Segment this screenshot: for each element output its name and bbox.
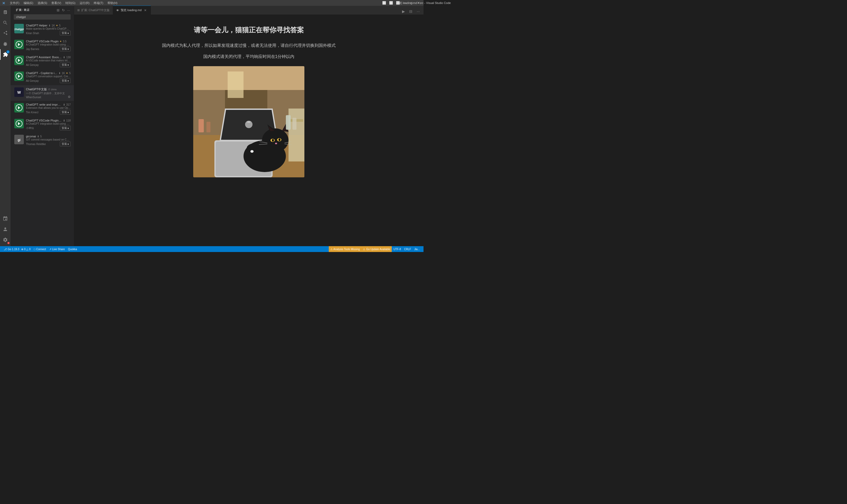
status-encoding[interactable]: UTF-8	[392, 246, 402, 252]
ext-name: gicomai	[26, 135, 36, 138]
activity-accounts[interactable]	[0, 224, 11, 235]
svg-point-39	[275, 143, 277, 144]
ext-author: Ali Gençay	[26, 64, 39, 67]
cat-image	[193, 66, 304, 177]
ext-desc: 一个 ChatGPT 的插件，支持中文	[26, 92, 71, 95]
ext-item-gicomai[interactable]: gi gicomai ⬇ 5 GIT commit messages based…	[11, 132, 74, 148]
install-button[interactable]: 安装 ▾	[60, 126, 71, 130]
status-analysis-tools[interactable]: ⚠ Analysis Tools Missing	[329, 246, 362, 252]
status-go-update[interactable]: ⚠ Go Update Available	[361, 246, 392, 252]
run-preview-button[interactable]: ▶	[400, 8, 407, 15]
svg-point-47	[255, 149, 260, 153]
menu-view[interactable]: 查看(V)	[50, 1, 63, 5]
menu-edit[interactable]: 编辑(E)	[22, 1, 35, 5]
activity-bottom: !	[0, 213, 11, 246]
extension-list: chatgpt ChatGPT Helper ⬇ 1K ★ 5 Make que…	[11, 22, 74, 246]
ext-info-chatgpt-assistant: ChatGPT Assistant: Boost yo... ⬇ 130 A V…	[26, 56, 71, 67]
ext-desc: Extension that allows you to use Opea...	[26, 106, 71, 109]
sidebar-title: 扩展: 商店	[16, 8, 30, 12]
ext-info-chatgpt-chinese: ChatGPT中文版 ⏱ 16ms 一个 ChatGPT 的插件，支持中文 Wh…	[26, 87, 71, 99]
tab-preview-icon: 👁	[116, 9, 119, 12]
activity-search[interactable]	[0, 17, 11, 28]
menu-terminal[interactable]: 终端(T)	[92, 1, 105, 5]
more-actions-button[interactable]: ···	[67, 8, 71, 12]
download-icon: ⬇	[37, 135, 39, 138]
status-line-ending[interactable]: CRLF	[402, 246, 413, 252]
ext-item-chatgpt-vscode-zh[interactable]: ChatGPT VSCode Plugin zh ⬇ 118 A ChatGPT…	[11, 117, 74, 132]
ext-meta: ⬇ 130	[63, 56, 71, 59]
tab-extensions[interactable]: ⊞ 扩展: ChatGPT中文版	[74, 5, 113, 15]
activity-remote[interactable]	[0, 213, 11, 224]
ext-desc: Make queries to OpenAI's ChatGPT fr...	[26, 27, 71, 30]
menu-help[interactable]: 帮助(H)	[106, 1, 119, 5]
ext-author-row: Thomas Rekittke 安装 ▾	[26, 142, 71, 146]
ext-item-chatgpt-write[interactable]: ChatGPT: write and improve... ⬇ 317 Exte…	[11, 101, 74, 117]
activity-run-debug[interactable]	[0, 39, 11, 49]
ext-author-row: Tim Kmecl 安装 ▾	[26, 110, 71, 114]
status-quokka[interactable]: Quokka	[67, 246, 78, 252]
window-title: 预览 loading.md - src - Visual Studio Code	[396, 1, 424, 5]
ext-icon-chatgpt-vscode-zh	[14, 119, 24, 128]
toggle-panel-button[interactable]: ⬜	[388, 0, 394, 6]
toggle-sidebar-button[interactable]: ⬜	[381, 0, 387, 6]
ext-info-chatgpt-copilot: ChatGPT - Copilot to imp... ⬇ 1K ★ 5 Cha…	[26, 71, 71, 83]
more-tab-actions-button[interactable]: ···	[415, 8, 421, 15]
ext-item-chatgpt-helper[interactable]: chatgpt ChatGPT Helper ⬇ 1K ★ 5 Make que…	[11, 22, 74, 38]
menu-file[interactable]: 文件(F)	[8, 1, 21, 5]
refresh-button[interactable]: ↻	[61, 8, 66, 12]
tab-bar: ⊞ 扩展: ChatGPT中文版 👁 预览 loading.md ✕ ▶ ⊟ ·…	[74, 6, 424, 15]
activity-source-control[interactable]	[0, 28, 11, 39]
status-user[interactable]: Jia...	[413, 246, 421, 252]
ext-info-chatgpt-helper: ChatGPT Helper ⬇ 1K ★ 5 Make queries to …	[26, 24, 71, 35]
activity-extensions[interactable]: 2	[0, 49, 11, 60]
status-connect[interactable]: □ Connect	[32, 246, 48, 252]
menu-goto[interactable]: 转到(G)	[64, 1, 77, 5]
analysis-tools-text: Analysis Tools Missing	[334, 248, 360, 251]
menu-run[interactable]: 运行(R)	[78, 1, 91, 5]
tab-close-button[interactable]: ✕	[143, 8, 147, 13]
ext-desc: A ChatGPT integration build using Ch...	[26, 122, 71, 125]
install-button[interactable]: 安装 ▾	[60, 62, 71, 67]
ext-item-chatgpt-assistant[interactable]: ChatGPT Assistant: Boost yo... ⬇ 130 A V…	[11, 53, 74, 69]
activity-settings[interactable]: !	[0, 235, 11, 245]
search-input[interactable]	[16, 15, 68, 19]
ext-icon-chatgpt-vscode	[14, 40, 24, 49]
install-button[interactable]: 安装 ▾	[60, 142, 71, 146]
ext-icon-gicomai: gi	[14, 135, 24, 144]
ext-author: Ali Gençay	[26, 79, 39, 82]
install-button[interactable]: 安装 ▾	[60, 110, 71, 114]
svg-text:gi: gi	[18, 138, 21, 142]
menu-select[interactable]: 选择(S)	[36, 1, 49, 5]
tab-preview[interactable]: 👁 预览 loading.md ✕	[113, 5, 151, 15]
download-icon: ⬇	[49, 24, 51, 27]
rating: 3.5	[63, 40, 67, 43]
svg-point-38	[278, 139, 281, 141]
ext-author-row: Ali Gençay 安装 ▾	[26, 62, 71, 67]
ext-author-row: Jay Barnes 安装 ▾	[26, 47, 71, 51]
preview-image-container	[95, 66, 402, 177]
encoding-text: UTF-8	[393, 248, 401, 251]
activity-explorer[interactable]	[0, 7, 11, 17]
install-button[interactable]: 安装 ▾	[60, 31, 71, 35]
menu-bar: 文件(F) 编辑(E) 选择(S) 查看(V) 转到(G) 运行(R) 终端(T…	[8, 1, 119, 5]
status-git-branch[interactable]: ⎇ Go 1.19.3 ⊗ 0 △ 0	[2, 246, 32, 252]
extensions-badge: 2	[6, 50, 10, 53]
ext-item-chatgpt-vscode-plugin[interactable]: ChatGPT VSCode Plugin ★ 3.5 A ChatGPT in…	[11, 38, 74, 53]
ext-desc: ChatGPT conversation support. Create...	[26, 75, 71, 78]
warning-icon2: ⚠	[363, 248, 365, 251]
status-liveshare[interactable]: ↗ Live Share	[48, 246, 67, 252]
liveshare-text: Live Share	[52, 248, 65, 251]
ext-name: ChatGPT VSCode Plugin zh	[26, 119, 62, 122]
install-button[interactable]: 安装 ▾	[60, 47, 71, 51]
error-icon: ⊗	[21, 248, 23, 251]
connect-text: Connect	[36, 248, 46, 251]
go-update-text: Go Update Available	[366, 248, 390, 251]
filter-button[interactable]: ⊞	[56, 8, 60, 12]
preview-heading: 请等一会儿，猫猫正在帮你寻找答案	[95, 25, 402, 35]
split-editor-button[interactable]: ⊟	[408, 8, 414, 15]
ext-item-chatgpt-chinese[interactable]: W ChatGPT中文版 ⏱ 16ms 一个 ChatGPT 的插件，支持中文 …	[11, 85, 74, 101]
ext-name: ChatGPT Helper	[26, 24, 48, 27]
ext-item-chatgpt-copilot[interactable]: ChatGPT - Copilot to imp... ⬇ 1K ★ 5 Cha…	[11, 69, 74, 85]
settings-gear-icon[interactable]: ⚙	[68, 95, 71, 99]
install-button[interactable]: 安装 ▾	[60, 78, 71, 83]
